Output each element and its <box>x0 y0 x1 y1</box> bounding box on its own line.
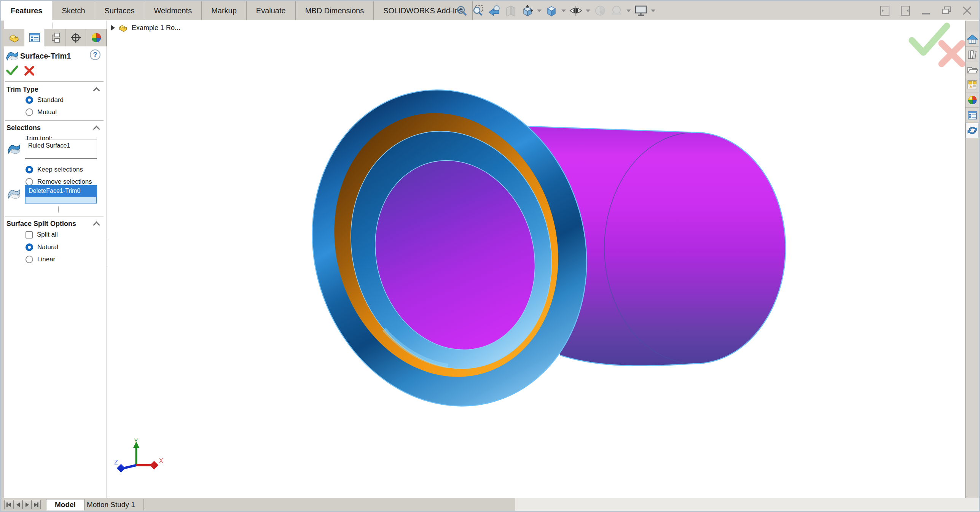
tab-configuration-manager[interactable] <box>45 29 65 46</box>
go-to-end-button[interactable] <box>32 500 41 509</box>
design-library-icon[interactable] <box>966 47 979 62</box>
radio-keep-selections[interactable]: Keep selections <box>25 165 83 175</box>
radio-natural[interactable]: Natural <box>25 242 58 252</box>
confirm-cancel-icon[interactable] <box>942 43 962 64</box>
appearances-scenes-icon[interactable] <box>966 92 979 108</box>
cancel-button[interactable] <box>24 65 35 76</box>
home-icon[interactable] <box>966 32 979 47</box>
radio-mutual[interactable]: Mutual <box>25 107 57 117</box>
hide-show-items-icon[interactable] <box>569 3 583 18</box>
radio-natural-label: Natural <box>37 243 58 251</box>
tree-node-label[interactable]: Example 1 Ro... <box>132 24 180 32</box>
display-style-dropdown-icon[interactable] <box>561 10 566 12</box>
divider <box>5 120 104 121</box>
minimize-button[interactable] <box>919 4 932 17</box>
motion-nav-buttons <box>4 500 41 509</box>
tab-sketch[interactable]: Sketch <box>52 1 95 20</box>
tree-expand-icon[interactable] <box>111 25 115 30</box>
split-all-checkbox-control[interactable] <box>25 231 33 239</box>
tab-features[interactable]: Features <box>1 1 52 20</box>
radio-mutual-label: Mutual <box>37 108 57 116</box>
display-style-icon[interactable] <box>545 3 558 18</box>
trim-type-group-header[interactable]: Trim Type <box>6 86 38 94</box>
edit-appearance-icon[interactable] <box>593 3 607 18</box>
view-settings-dropdown-icon[interactable] <box>651 10 655 12</box>
trim-tool-selection-box[interactable]: Ruled Surface1 <box>25 140 97 159</box>
radio-mutual-control[interactable] <box>25 108 33 116</box>
window-controls <box>878 4 974 17</box>
divider <box>5 81 104 82</box>
radio-linear[interactable]: Linear <box>25 254 55 264</box>
collapse-left-panel-icon[interactable] <box>878 4 891 17</box>
bottom-bar: Model Motion Study 1 <box>1 498 979 511</box>
headsup-view-toolbar <box>455 1 656 20</box>
go-to-start-button[interactable] <box>4 500 13 509</box>
pieces-selection-box[interactable]: DeleteFace1-Trim0 <box>25 185 97 204</box>
tab-property-manager[interactable] <box>24 29 45 46</box>
surface-split-group-header[interactable]: Surface Split Options <box>6 220 76 228</box>
view-palette-icon[interactable] <box>966 77 979 92</box>
confirm-ok-icon[interactable] <box>912 26 947 52</box>
split-all-label: Split all <box>37 231 58 239</box>
manager-tab-bar <box>4 29 107 46</box>
radio-remove-control[interactable] <box>25 178 33 186</box>
radio-linear-control[interactable] <box>25 256 33 263</box>
property-manager-title: Surface-Trim1 <box>20 52 71 60</box>
file-explorer-icon[interactable] <box>966 62 979 77</box>
model-canvas[interactable] <box>107 21 965 498</box>
tab-dimxpert-manager[interactable] <box>65 29 86 46</box>
confirmation-corner <box>907 21 965 72</box>
radio-keep-label: Keep selections <box>37 166 83 173</box>
collapse-chevron-icon <box>93 87 100 94</box>
custom-properties-icon[interactable] <box>966 108 979 123</box>
section-view-icon[interactable] <box>504 3 518 18</box>
tab-motion-study-1[interactable]: Motion Study 1 <box>78 499 144 510</box>
flyout-feature-tree: Example 1 Ro... <box>111 22 180 33</box>
restore-button[interactable] <box>940 4 953 17</box>
tab-feature-manager[interactable] <box>4 29 24 46</box>
sync-resources-icon[interactable] <box>966 123 979 138</box>
ok-button[interactable] <box>6 65 19 76</box>
zoom-to-area-icon[interactable] <box>471 3 485 18</box>
property-manager-panel: Surface-Trim1 ? Trim Type Standard Mutua… <box>1 21 107 498</box>
radio-standard[interactable]: Standard <box>25 95 64 105</box>
triad-x-label: X <box>159 458 163 464</box>
selection-box-grip[interactable] <box>58 206 59 213</box>
panel-top-grip[interactable] <box>53 22 53 29</box>
hide-show-dropdown-icon[interactable] <box>586 10 590 12</box>
view-orientation-icon[interactable] <box>520 3 534 18</box>
triad-z-label: Z <box>114 459 118 466</box>
radio-natural-control[interactable] <box>25 243 33 251</box>
collapse-chevron-icon <box>93 126 100 132</box>
panel-left-strip <box>1 21 4 498</box>
apply-scene-icon[interactable] <box>610 3 623 18</box>
next-frame-button[interactable] <box>22 500 32 509</box>
zoom-to-fit-icon[interactable] <box>455 3 468 18</box>
tab-evaluate[interactable]: Evaluate <box>247 1 296 20</box>
checkbox-split-all[interactable]: Split all <box>25 230 58 240</box>
tab-surfaces[interactable]: Surfaces <box>95 1 145 20</box>
ribbon-tabs: Features Sketch Surfaces Weldments Marku… <box>1 1 473 20</box>
radio-keep-control[interactable] <box>25 166 33 173</box>
tab-markup[interactable]: Markup <box>202 1 247 20</box>
tab-display-manager[interactable] <box>86 29 107 46</box>
tab-mbd-dimensions[interactable]: MBD Dimensions <box>296 1 374 20</box>
close-button[interactable] <box>961 4 974 17</box>
previous-frame-button[interactable] <box>13 500 22 509</box>
radio-standard-control[interactable] <box>25 96 33 104</box>
view-settings-icon[interactable] <box>634 3 648 18</box>
collapse-right-panel-icon[interactable] <box>899 4 912 17</box>
trim-tool-value[interactable]: Ruled Surface1 <box>25 140 97 151</box>
graphics-viewport[interactable]: Example 1 Ro... Y X Z <box>107 21 965 498</box>
tab-weldments[interactable]: Weldments <box>144 1 202 20</box>
previous-view-icon[interactable] <box>488 3 501 18</box>
selections-group-header[interactable]: Selections <box>6 124 41 132</box>
apply-scene-dropdown-icon[interactable] <box>626 10 631 12</box>
task-pane <box>965 21 979 498</box>
trim-tool-surface-icon <box>7 143 21 154</box>
selected-piece-item[interactable]: DeleteFace1-Trim0 <box>25 186 96 197</box>
view-orientation-dropdown-icon[interactable] <box>537 10 542 12</box>
help-button[interactable]: ? <box>90 49 100 60</box>
part-icon <box>118 23 128 32</box>
command-manager-ribbon: Features Sketch Surfaces Weldments Marku… <box>1 1 979 20</box>
